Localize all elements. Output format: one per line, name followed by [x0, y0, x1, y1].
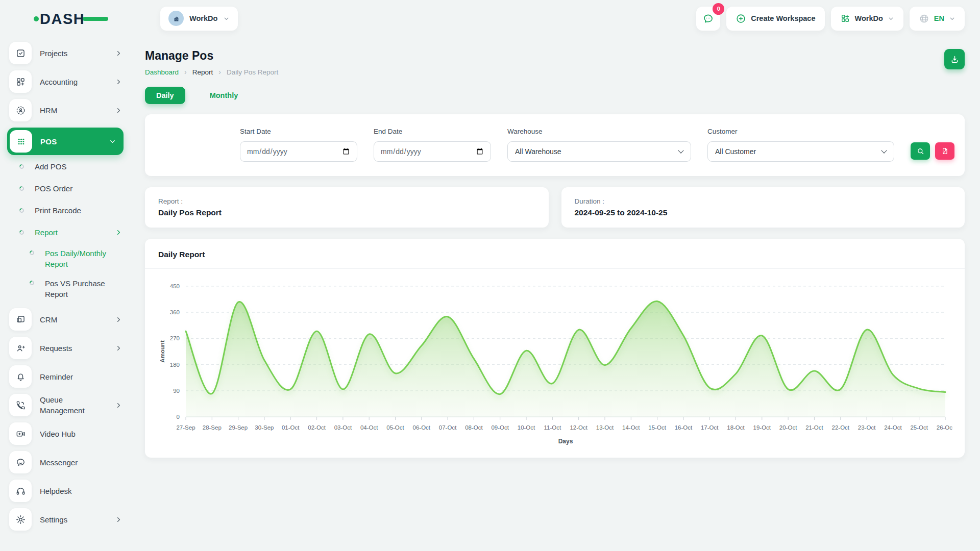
- workspace-switcher[interactable]: WorkDo: [160, 7, 238, 31]
- sidebar-item-label: Projects: [40, 48, 107, 59]
- breadcrumb-dashboard[interactable]: Dashboard: [145, 68, 179, 76]
- sidebar-item-pos-daily-monthly-report[interactable]: Pos Daily/Monthly Report: [30, 248, 122, 269]
- requests-icon: [9, 337, 32, 359]
- building-icon: [172, 14, 181, 23]
- x-axis-title: Days: [558, 438, 573, 445]
- sidebar-item-helpdesk[interactable]: Helpdesk: [9, 480, 122, 502]
- customer-select[interactable]: All Customer: [707, 141, 894, 162]
- sidebar-item-label: Reminder: [40, 371, 122, 382]
- x-tick-label: 25-Oct: [910, 424, 928, 431]
- x-tick-label: 13-Oct: [596, 424, 614, 431]
- grid-add-icon: [840, 13, 850, 23]
- crm-icon: [9, 308, 32, 331]
- sidebar-item-pos[interactable]: POS: [7, 128, 124, 155]
- queue-icon: [9, 394, 32, 416]
- sidebar-item-messenger[interactable]: Messenger: [9, 451, 122, 473]
- sidebar-item-requests[interactable]: Requests: [9, 337, 122, 359]
- chart-area-fill: [186, 301, 945, 417]
- y-tick-label: 0: [177, 414, 180, 420]
- sidebar-item-video-hub[interactable]: Video Hub: [9, 422, 122, 445]
- sidebar-item-reminder[interactable]: Reminder: [9, 365, 122, 388]
- chevron-down-icon: [223, 15, 230, 22]
- bullet-icon: [18, 185, 25, 192]
- workspace-avatar: [168, 11, 184, 26]
- warehouse-select-wrap: All Warehouse: [507, 141, 691, 162]
- sidebar-item-label: Accounting: [40, 77, 107, 87]
- sidebar-item-hrm[interactable]: HRM: [9, 99, 122, 121]
- sidebar-item-crm[interactable]: CRM: [9, 308, 122, 331]
- breadcrumb: Dashboard › Report › Daily Pos Report: [145, 68, 278, 76]
- page-header: Manage Pos Dashboard › Report › Daily Po…: [145, 49, 965, 76]
- x-tick-label: 02-Oct: [308, 424, 326, 431]
- x-tick-label: 07-Oct: [439, 424, 457, 431]
- sidebar-item-projects[interactable]: Projects: [9, 42, 122, 64]
- sidebar-item-label: Helpdesk: [40, 486, 122, 496]
- reminder-icon: [9, 365, 32, 388]
- sidebar-item-add-pos[interactable]: Add POS: [19, 160, 122, 172]
- x-tick-label: 01-Oct: [282, 424, 300, 431]
- create-workspace-label: Create Workspace: [751, 14, 815, 22]
- tab-daily[interactable]: Daily: [145, 87, 185, 104]
- workspace-menu-button[interactable]: WorkDo: [831, 7, 903, 31]
- y-axis-title: Amount: [159, 340, 165, 363]
- x-tick-label: 11-Oct: [544, 424, 561, 431]
- sidebar-item-label: CRM: [40, 314, 107, 325]
- x-tick-label: 06-Oct: [413, 424, 431, 431]
- warehouse-select[interactable]: All Warehouse: [507, 141, 691, 162]
- chevron-right-icon: [115, 229, 122, 236]
- x-tick-label: 21-Oct: [805, 424, 823, 431]
- chevron-right-icon: [115, 316, 122, 323]
- apply-filter-button[interactable]: [911, 142, 930, 160]
- x-tick-label: 20-Oct: [779, 424, 797, 431]
- download-report-button[interactable]: [944, 49, 965, 69]
- x-tick-label: 27-Sep: [176, 424, 195, 431]
- sidebar-item-label: HRM: [40, 105, 107, 116]
- workspace-menu-label: WorkDo: [855, 14, 883, 22]
- sidebar-item-queue-management[interactable]: Queue Management: [9, 394, 122, 416]
- messenger-icon: [9, 451, 32, 473]
- pos-icon: [10, 130, 32, 153]
- x-tick-label: 19-Oct: [753, 424, 771, 431]
- x-tick-label: 18-Oct: [727, 424, 745, 431]
- end-date-input[interactable]: [374, 141, 491, 162]
- daily-report-chart: 09018027036045027-Sep28-Sep29-Sep30-Sep0…: [145, 269, 965, 458]
- x-tick-label: 04-Oct: [360, 424, 378, 431]
- sidebar-item-report[interactable]: Report: [19, 226, 122, 238]
- tab-monthly[interactable]: Monthly: [199, 87, 250, 104]
- breadcrumb-report[interactable]: Report: [192, 68, 213, 76]
- sidebar-item-pos-vs-purchase-report[interactable]: Pos VS Purchase Report: [30, 278, 122, 299]
- start-date-input[interactable]: [240, 141, 357, 162]
- sidebar-item-label: POS Order: [35, 183, 122, 194]
- sidebar-item-accounting[interactable]: Accounting: [9, 70, 122, 93]
- video-icon: [9, 422, 32, 445]
- x-tick-label: 03-Oct: [334, 424, 352, 431]
- logo-text: DASH: [40, 11, 85, 27]
- x-tick-label: 12-Oct: [570, 424, 587, 431]
- x-tick-label: 26-Oct: [937, 424, 952, 431]
- clear-filter-icon: [941, 147, 949, 155]
- x-tick-label: 16-Oct: [675, 424, 693, 431]
- reset-filter-button[interactable]: [935, 142, 954, 160]
- x-tick-label: 23-Oct: [858, 424, 876, 431]
- messages-button[interactable]: 0: [696, 7, 720, 31]
- report-value: Daily Pos Report: [158, 208, 535, 217]
- chevron-right-icon: [115, 49, 122, 57]
- chevron-right-icon: [115, 107, 122, 114]
- download-icon: [950, 55, 960, 64]
- sidebar-item-print-barcode[interactable]: Print Barcode: [19, 204, 122, 216]
- sidebar-item-settings[interactable]: Settings: [9, 508, 122, 531]
- sidebar-item-label: Report: [35, 227, 104, 238]
- accounting-icon: [9, 70, 32, 93]
- x-tick-label: 14-Oct: [622, 424, 640, 431]
- create-workspace-button[interactable]: Create Workspace: [726, 7, 824, 31]
- sidebar-item-pos-order[interactable]: POS Order: [19, 182, 122, 194]
- language-selector[interactable]: EN: [910, 7, 965, 31]
- x-tick-label: 10-Oct: [518, 424, 535, 431]
- chat-icon: [702, 13, 714, 24]
- x-tick-label: 22-Oct: [832, 424, 850, 431]
- search-icon: [916, 147, 925, 156]
- x-tick-label: 29-Sep: [229, 424, 248, 431]
- messages-count-badge: 0: [713, 3, 724, 15]
- area-chart-svg: 09018027036045027-Sep28-Sep29-Sep30-Sep0…: [157, 275, 952, 447]
- breadcrumb-separator: ›: [184, 68, 187, 76]
